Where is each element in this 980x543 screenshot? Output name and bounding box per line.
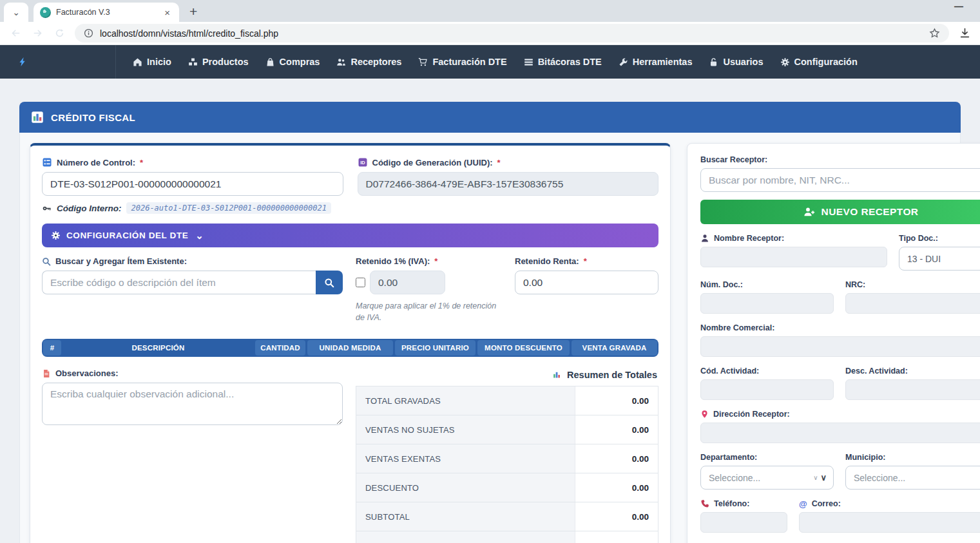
retenido-iva-help: Marque para aplicar el 1% de retención d… xyxy=(356,300,502,323)
observaciones-label: Observaciones: xyxy=(42,368,343,378)
browser-tabstrip: ⌄ Facturacón V.3 × + — xyxy=(0,0,980,22)
col-venta-gravada: VENTA GRAVADA xyxy=(572,340,657,356)
table-row: IVA (13%) 0.00 xyxy=(356,531,658,543)
new-tab-button[interactable]: + xyxy=(189,5,197,18)
table-row: DESCUENTO 0.00 xyxy=(356,473,658,502)
numero-control-label: Número de Control:* xyxy=(42,157,343,167)
nombre-comercial-input[interactable] xyxy=(700,336,980,357)
url-bar[interactable]: localhost/domn/vistas/html/credito_fisca… xyxy=(75,24,949,43)
list-icon xyxy=(524,57,533,67)
col-monto-descuento: MONTO DESCUENTO xyxy=(477,340,570,356)
codigo-interno-value: 2026-auto1-DTE-03-S012P001-0000000000000… xyxy=(126,202,331,214)
codigo-generacion-input xyxy=(358,172,659,196)
nav-item-usuarios[interactable]: Usuarios xyxy=(709,57,763,67)
search-icon xyxy=(42,257,51,266)
url-text: localhost/domn/vistas/html/credito_fisca… xyxy=(100,28,923,39)
app-brand[interactable] xyxy=(0,45,116,79)
nav-item-inicio[interactable]: Inicio xyxy=(133,57,171,67)
codigo-interno: Código Interno: 2026-auto1-DTE-03-S012P0… xyxy=(42,202,658,214)
browser-toolbar: localhost/domn/vistas/html/credito_fisca… xyxy=(0,22,980,45)
retenido-iva-label: Retenido 1% (IVA):* xyxy=(356,256,502,266)
nav-item-receptores[interactable]: Receptores xyxy=(336,57,401,67)
col-unidad-medida: UNIDAD MEDIDA xyxy=(307,340,393,356)
wrench-icon xyxy=(619,57,628,67)
nav-item-herramientas[interactable]: Herramientas xyxy=(619,57,693,67)
municipio-label: Municipio: xyxy=(845,453,980,462)
key-icon xyxy=(42,204,52,213)
nav-item-facturacion-dte[interactable]: Facturación DTE xyxy=(418,57,506,67)
download-icon[interactable] xyxy=(956,24,974,43)
numero-control-input[interactable] xyxy=(42,172,343,196)
nav-item-bitacoras-dte[interactable]: Bitácoras DTE xyxy=(524,57,602,67)
invoice-chart-icon xyxy=(31,111,44,124)
nav-item-productos[interactable]: Productos xyxy=(188,57,249,67)
tab-search-button[interactable]: ⌄ xyxy=(4,3,28,22)
forward-button[interactable] xyxy=(28,24,46,43)
cod-actividad-label: Cód. Actividad: xyxy=(700,367,834,376)
chevron-down-icon: ∨∨ xyxy=(813,473,827,482)
totals-title: Resumen de Totales xyxy=(356,370,657,380)
correo-input[interactable] xyxy=(799,512,980,533)
chevron-down-icon: ⌄ xyxy=(195,230,204,242)
nav-item-compras[interactable]: Compras xyxy=(265,57,320,67)
correo-label: @ Correo: xyxy=(799,499,980,508)
home-icon xyxy=(133,57,142,67)
phone-icon xyxy=(700,499,709,508)
map-pin-icon xyxy=(700,410,709,419)
search-icon xyxy=(324,278,334,288)
col-cantidad: CANTIDAD xyxy=(255,340,305,356)
retenido-iva-checkbox[interactable] xyxy=(356,278,365,287)
shopping-bag-icon xyxy=(265,57,275,67)
nuevo-receptor-button[interactable]: NUEVO RECEPTOR xyxy=(700,200,980,224)
desc-actividad-label: Desc. Actividad: xyxy=(845,367,980,376)
num-doc-input[interactable] xyxy=(700,293,834,314)
codigo-generacion-label: Código de Generación (UUID):* xyxy=(358,157,659,167)
config-dte-collapse-bar[interactable]: CONFIGURACIÓN DEL DTE ⌄ xyxy=(42,224,658,247)
receptor-card: Buscar Receptor: NUEVO RECEPTOR Nombre R… xyxy=(687,143,980,543)
departamento-label: Departamento: xyxy=(700,453,834,462)
bookmark-star-icon[interactable] xyxy=(929,28,940,39)
direccion-receptor-label: Dirección Receptor: xyxy=(700,410,980,419)
reload-button[interactable] xyxy=(50,24,68,43)
site-info-icon[interactable] xyxy=(84,28,93,38)
table-row: TOTAL GRAVADAS 0.00 xyxy=(356,386,658,415)
observaciones-textarea[interactable] xyxy=(42,383,343,425)
tipo-doc-select[interactable]: 13 - DUI ∨∨ xyxy=(899,247,980,271)
document-icon xyxy=(42,369,51,378)
browser-tab[interactable]: Facturacón V.3 × xyxy=(34,3,179,22)
cod-actividad-input[interactable] xyxy=(700,379,834,400)
dte-card: Número de Control:* Código de Generación… xyxy=(30,143,671,543)
buscar-item-input[interactable] xyxy=(42,271,316,294)
nombre-receptor-label: Nombre Receptor: xyxy=(700,234,887,243)
nrc-input[interactable] xyxy=(845,293,980,314)
telefono-input[interactable] xyxy=(700,512,787,533)
gear-icon xyxy=(51,231,61,240)
nav-item-configuracion[interactable]: Configuración xyxy=(780,57,858,67)
person-icon xyxy=(700,234,709,243)
chart-bars-icon xyxy=(552,370,562,380)
app-navbar: Inicio Productos Compras Receptores Fact… xyxy=(0,45,980,79)
nrc-label: NRC: xyxy=(845,280,980,289)
municipio-select[interactable]: Seleccione... ∨∨ xyxy=(845,466,980,490)
page-title: CRÉDITO FISCAL xyxy=(51,112,135,123)
back-button[interactable] xyxy=(6,24,24,43)
page-header: CRÉDITO FISCAL xyxy=(19,102,961,133)
nombre-receptor-input[interactable] xyxy=(700,247,887,267)
buscar-receptor-input[interactable] xyxy=(700,168,980,192)
direccion-receptor-input[interactable] xyxy=(700,423,980,443)
cart-icon xyxy=(418,57,428,67)
tab-favicon-icon xyxy=(40,7,51,18)
retenido-iva-input xyxy=(370,271,445,294)
desc-actividad-input[interactable] xyxy=(845,379,980,400)
lock-icon xyxy=(709,57,718,67)
window-minimize-button[interactable]: — xyxy=(954,1,963,12)
at-email-icon: @ xyxy=(799,500,807,508)
buscar-item-button[interactable] xyxy=(316,271,343,294)
nombre-comercial-label: Nombre Comercial: xyxy=(700,323,980,332)
telefono-label: Teléfono: xyxy=(700,499,787,508)
totals-table: TOTAL GRAVADAS 0.00 VENTAS NO SUJETAS 0.… xyxy=(356,386,658,543)
buscar-item-label: Buscar y Agregar Ítem Existente: xyxy=(42,256,343,266)
departamento-select[interactable]: Seleccione... ∨∨ xyxy=(700,466,834,490)
tab-close-icon[interactable]: × xyxy=(162,7,173,18)
retenido-renta-input[interactable] xyxy=(515,271,658,294)
